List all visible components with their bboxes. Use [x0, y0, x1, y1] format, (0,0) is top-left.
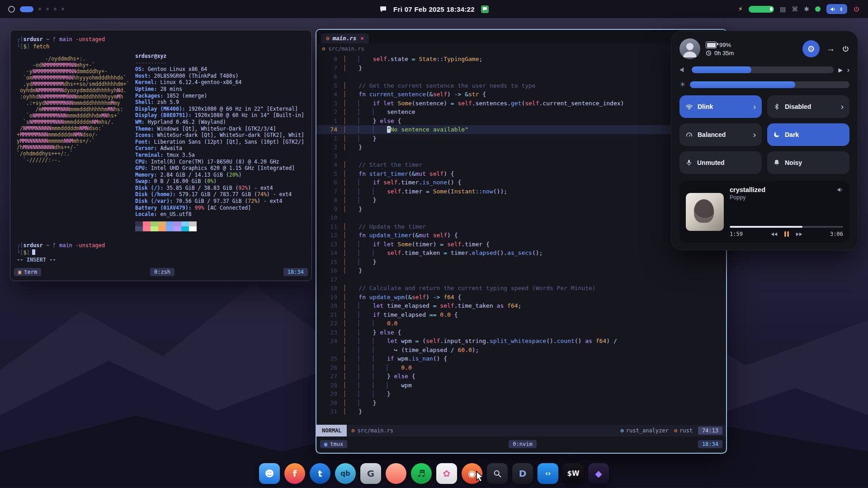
editor-line[interactable]: 29 }: [316, 389, 726, 399]
editor-line[interactable]: 7 }: [316, 64, 726, 73]
volume-bluetooth-applet[interactable]: [826, 4, 847, 14]
power-mode-icon[interactable]: ⚡: [738, 5, 743, 13]
tab-main-rs[interactable]: ⚙ main.rs ×: [321, 33, 369, 43]
workspace-ring-icon[interactable]: [8, 6, 15, 13]
tmux-session-badge[interactable]: ▣tmux: [320, 440, 347, 448]
dock-item-qbittorrent[interactable]: qb: [335, 463, 356, 484]
toggle-power-profile[interactable]: Balanced›: [679, 123, 762, 146]
editor-line[interactable]: 24 let wpm = (self.input_string.split_wh…: [316, 337, 726, 346]
messages-icon[interactable]: [481, 5, 489, 13]
editor-line[interactable]: 9 }: [316, 205, 726, 214]
editor-line[interactable]: 26 0.0: [316, 363, 726, 372]
toggle-theme[interactable]: Dark: [767, 123, 849, 146]
editor-line[interactable]: 8 self.state = State::TypingGame;: [316, 55, 726, 64]
dock-item-vscode[interactable]: ‹›: [538, 463, 558, 484]
workspace-dot[interactable]: [54, 8, 57, 10]
toggle-microphone[interactable]: Unmuted: [679, 151, 762, 174]
spotify-tray-icon[interactable]: [815, 6, 821, 12]
terminal-window[interactable]: ┌[srdusr ~ ᚠ main -unstaged └[$] fetch -…: [10, 30, 312, 281]
tmux-session-badge[interactable]: ▣term: [14, 268, 41, 276]
editor-line[interactable]: 12 fn update_timer(&mut self) {: [316, 231, 726, 240]
tray-grid-icon[interactable]: ▤: [780, 5, 786, 13]
editor-line[interactable]: 17: [316, 275, 726, 284]
dock-item-ghostty[interactable]: G: [360, 463, 381, 484]
power-button[interactable]: [842, 45, 849, 53]
tray-asterisk-icon[interactable]: ✱: [804, 5, 809, 13]
player-progress[interactable]: [730, 226, 843, 228]
dock-item-photos[interactable]: ✿: [436, 463, 457, 484]
player-volume-icon[interactable]: [837, 187, 843, 193]
battery-indicator[interactable]: [749, 6, 774, 13]
chevron-right-icon[interactable]: ›: [847, 68, 849, 72]
editor-line[interactable]: 1 } else {: [316, 117, 726, 126]
editor-line[interactable]: ↪ (time_elapsed / 60.0);: [316, 346, 726, 355]
pause-button[interactable]: [784, 231, 789, 237]
editor-line[interactable]: 27 } else {: [316, 372, 726, 381]
editor-line[interactable]: 5 fn start_timer(&mut self) {: [316, 169, 726, 178]
workspace-active-indicator[interactable]: [20, 6, 33, 12]
editor-line[interactable]: 6 if self.timer.is_none() {: [316, 178, 726, 187]
editor-line[interactable]: 7 self.timer = Some(Instant::now());: [316, 187, 726, 196]
dock-item-files[interactable]: ☻: [259, 463, 280, 484]
settings-button[interactable]: ⚙: [802, 40, 820, 57]
toggle-notifications[interactable]: Noisy: [767, 151, 849, 174]
editor-line[interactable]: 23 } else {: [316, 328, 726, 337]
editor-line[interactable]: 31 }: [316, 407, 726, 416]
brightness-slider[interactable]: ☀: [679, 80, 849, 89]
workspace-dot[interactable]: [38, 8, 41, 10]
editor-line[interactable]: 8 }: [316, 196, 726, 205]
editor-line[interactable]: 18 // Calculate and return the current t…: [316, 284, 726, 293]
toggle-bluetooth[interactable]: Disabled›: [767, 95, 849, 118]
power-icon[interactable]: [853, 6, 860, 13]
editor-line[interactable]: 19 fn update_wpm(&self) -> f64 {: [316, 293, 726, 302]
dock-item-firefox[interactable]: f: [284, 463, 305, 484]
editor-line[interactable]: 15 }: [316, 258, 726, 267]
dock-item-wallstreet[interactable]: $W: [563, 463, 584, 484]
tmux-window-badge[interactable]: 0:nvim: [509, 440, 536, 448]
editor-line[interactable]: 6: [316, 72, 726, 81]
editor-line[interactable]: 11 // Update the timer: [316, 222, 726, 231]
album-art[interactable]: [686, 193, 724, 231]
toggle-wifi[interactable]: Dlink›: [679, 95, 762, 118]
workspace-dot[interactable]: [61, 8, 64, 10]
editor-line[interactable]: 14 self.time_taken = timer.elapsed().as_…: [316, 249, 726, 258]
session-exit-button[interactable]: →: [826, 44, 835, 54]
editor-line[interactable]: 5 // Get the current sentence the user n…: [316, 81, 726, 90]
volume-slider[interactable]: ▶ ›: [679, 66, 849, 74]
clock[interactable]: Fri 07 Feb 2025 18:34:22: [393, 5, 475, 13]
editor-line[interactable]: 1 }: [316, 134, 726, 143]
editor-line[interactable]: 21 if time_elapsed == 0.0 {: [316, 310, 726, 319]
next-track-button[interactable]: [796, 232, 803, 237]
editor-line[interactable]: 16 }: [316, 266, 726, 275]
editor-line[interactable]: 10: [316, 213, 726, 222]
tmux-window-badge[interactable]: 0:zsh: [150, 268, 175, 276]
chat-bubble-icon[interactable]: [379, 6, 387, 13]
editor-line[interactable]: 2 }: [316, 143, 726, 152]
play-icon[interactable]: ▶: [838, 67, 842, 73]
dock-item-thunderbird[interactable]: t: [310, 463, 330, 484]
editor-lines[interactable]: 8 self.state = State::TypingGame;7 }65 /…: [316, 54, 726, 425]
dock-item-discord[interactable]: D: [512, 463, 533, 484]
editor-line[interactable]: 22 0.0: [316, 319, 726, 328]
workspace-dot[interactable]: [46, 8, 49, 10]
editor-line[interactable]: 30 }: [316, 399, 726, 408]
previous-track-button[interactable]: [770, 232, 778, 237]
editor-line[interactable]: 13 if let Some(timer) = self.timer {: [316, 240, 726, 249]
editor-line[interactable]: 4 // Start the timer: [316, 160, 726, 169]
command-key-icon[interactable]: ⌘: [792, 5, 798, 13]
editor-line[interactable]: 25 if wpm.is_nan() {: [316, 354, 726, 363]
user-avatar[interactable]: [679, 38, 700, 59]
editor-line[interactable]: 4 fn current_sentence(&self) -> &str {: [316, 90, 726, 99]
editor-line[interactable]: 20 let time_elapsed = self.time_taken as…: [316, 301, 726, 310]
dock-item-search[interactable]: [487, 463, 508, 484]
dock-item-peach-app[interactable]: [386, 463, 406, 484]
tab-close-icon[interactable]: ×: [360, 35, 364, 42]
editor-line[interactable]: 28 wpm: [316, 381, 726, 390]
editor-line[interactable]: 3 if let Some(sentence) = self.sentences…: [316, 99, 726, 108]
editor-window[interactable]: ⚙ main.rs × ⚙ src/main.rs 8 self.state =…: [316, 30, 726, 453]
dock-item-spotify[interactable]: ♬: [411, 463, 432, 484]
editor-line[interactable]: 2 sentence: [316, 108, 726, 117]
editor-line[interactable]: 74 "No sentence available": [316, 125, 726, 134]
dock-item-obsidian[interactable]: ◆: [588, 463, 609, 484]
editor-line[interactable]: 3: [316, 152, 726, 161]
